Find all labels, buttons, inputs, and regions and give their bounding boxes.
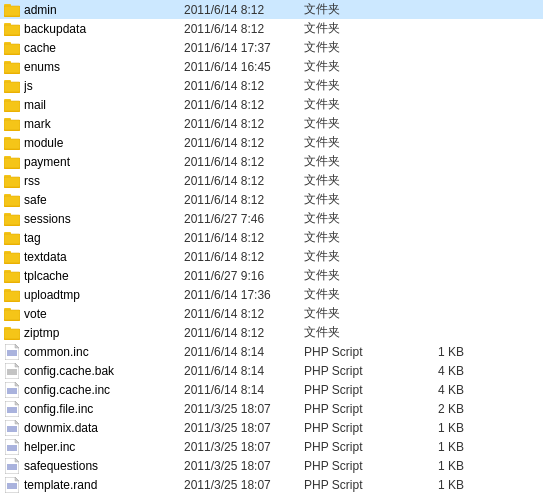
list-item[interactable]: template.rand2011/3/25 18:07PHP Script1 … <box>0 475 543 494</box>
bak-icon <box>4 363 20 379</box>
list-item[interactable]: rss2011/6/14 8:12文件夹 <box>0 171 543 190</box>
file-name: downmix.data <box>24 421 184 435</box>
folder-icon <box>4 116 20 132</box>
list-item[interactable]: safequestions2011/3/25 18:07PHP Script1 … <box>0 456 543 475</box>
svg-marker-116 <box>15 439 19 443</box>
file-date: 2011/6/14 8:12 <box>184 22 304 36</box>
svg-marker-111 <box>15 420 19 424</box>
list-item[interactable]: config.cache.bak2011/6/14 8:14PHP Script… <box>0 361 543 380</box>
svg-marker-106 <box>15 401 19 405</box>
svg-rect-3 <box>4 6 20 16</box>
list-item[interactable]: cache2011/6/14 17:37文件夹 <box>0 38 543 57</box>
folder-icon <box>4 306 20 322</box>
file-list: admin2011/6/14 8:12文件夹 backupdata2011/6/… <box>0 0 543 494</box>
file-type: 文件夹 <box>304 134 404 151</box>
list-item[interactable]: uploadtmp2011/6/14 17:36文件夹 <box>0 285 543 304</box>
file-type: PHP Script <box>304 421 404 435</box>
list-item[interactable]: module2011/6/14 8:12文件夹 <box>0 133 543 152</box>
file-date: 2011/6/14 8:12 <box>184 117 304 131</box>
php-icon <box>4 344 20 360</box>
file-name: config.file.inc <box>24 402 184 416</box>
file-type: PHP Script <box>304 459 404 473</box>
file-name: config.cache.bak <box>24 364 184 378</box>
file-date: 2011/6/14 8:14 <box>184 383 304 397</box>
file-type: 文件夹 <box>304 172 404 189</box>
file-type: 文件夹 <box>304 153 404 170</box>
folder-icon <box>4 40 20 56</box>
file-date: 2011/6/14 8:12 <box>184 307 304 321</box>
list-item[interactable]: backupdata2011/6/14 8:12文件夹 <box>0 19 543 38</box>
file-date: 2011/3/25 18:07 <box>184 459 304 473</box>
list-item[interactable]: enums2011/6/14 16:45文件夹 <box>0 57 543 76</box>
svg-rect-48 <box>4 177 20 187</box>
file-date: 2011/6/14 8:12 <box>184 136 304 150</box>
file-date: 2011/6/14 8:12 <box>184 3 304 17</box>
php-icon <box>4 382 20 398</box>
folder-icon <box>4 268 20 284</box>
svg-rect-53 <box>4 196 20 206</box>
list-item[interactable]: payment2011/6/14 8:12文件夹 <box>0 152 543 171</box>
svg-marker-101 <box>15 382 19 386</box>
svg-rect-13 <box>4 44 20 54</box>
list-item[interactable]: common.inc2011/6/14 8:14PHP Script1 KB <box>0 342 543 361</box>
file-type: 文件夹 <box>304 210 404 227</box>
list-item[interactable]: sessions2011/6/27 7:46文件夹 <box>0 209 543 228</box>
list-item[interactable]: helper.inc2011/3/25 18:07PHP Script1 KB <box>0 437 543 456</box>
list-item[interactable]: config.cache.inc2011/6/14 8:14PHP Script… <box>0 380 543 399</box>
file-name: mark <box>24 117 184 131</box>
list-item[interactable]: config.file.inc2011/3/25 18:07PHP Script… <box>0 399 543 418</box>
file-size: 1 KB <box>404 440 464 454</box>
file-date: 2011/6/14 8:14 <box>184 364 304 378</box>
file-date: 2011/6/14 8:12 <box>184 155 304 169</box>
list-item[interactable]: mail2011/6/14 8:12文件夹 <box>0 95 543 114</box>
file-type: PHP Script <box>304 402 404 416</box>
svg-rect-23 <box>4 82 20 92</box>
file-name: helper.inc <box>24 440 184 454</box>
file-type: 文件夹 <box>304 248 404 265</box>
file-type: PHP Script <box>304 364 404 378</box>
svg-rect-83 <box>4 310 20 320</box>
svg-rect-73 <box>4 272 20 282</box>
file-date: 2011/6/14 17:37 <box>184 41 304 55</box>
file-name: mail <box>24 98 184 112</box>
file-date: 2011/6/14 8:12 <box>184 250 304 264</box>
file-name: payment <box>24 155 184 169</box>
list-item[interactable]: ziptmp2011/6/14 8:12文件夹 <box>0 323 543 342</box>
folder-icon <box>4 325 20 341</box>
file-date: 2011/3/25 18:07 <box>184 421 304 435</box>
folder-icon <box>4 2 20 18</box>
list-item[interactable]: downmix.data2011/3/25 18:07PHP Script1 K… <box>0 418 543 437</box>
file-date: 2011/6/14 8:12 <box>184 98 304 112</box>
list-item[interactable]: vote2011/6/14 8:12文件夹 <box>0 304 543 323</box>
file-name: safe <box>24 193 184 207</box>
list-item[interactable]: tag2011/6/14 8:12文件夹 <box>0 228 543 247</box>
file-size: 4 KB <box>404 364 464 378</box>
svg-marker-91 <box>15 344 19 348</box>
file-name: enums <box>24 60 184 74</box>
svg-rect-43 <box>4 158 20 168</box>
php-icon <box>4 401 20 417</box>
list-item[interactable]: safe2011/6/14 8:12文件夹 <box>0 190 543 209</box>
list-item[interactable]: tplcache2011/6/27 9:16文件夹 <box>0 266 543 285</box>
file-name: sessions <box>24 212 184 226</box>
folder-icon <box>4 154 20 170</box>
svg-rect-28 <box>4 101 20 111</box>
folder-icon <box>4 287 20 303</box>
list-item[interactable]: js2011/6/14 8:12文件夹 <box>0 76 543 95</box>
folder-icon <box>4 21 20 37</box>
file-type: PHP Script <box>304 383 404 397</box>
folder-icon <box>4 78 20 94</box>
file-name: backupdata <box>24 22 184 36</box>
svg-rect-18 <box>4 63 20 73</box>
folder-icon <box>4 135 20 151</box>
file-date: 2011/6/14 8:12 <box>184 79 304 93</box>
svg-rect-38 <box>4 139 20 149</box>
folder-icon <box>4 230 20 246</box>
list-item[interactable]: textdata2011/6/14 8:12文件夹 <box>0 247 543 266</box>
list-item[interactable]: admin2011/6/14 8:12文件夹 <box>0 0 543 19</box>
list-item[interactable]: mark2011/6/14 8:12文件夹 <box>0 114 543 133</box>
file-date: 2011/3/25 18:07 <box>184 440 304 454</box>
folder-icon <box>4 211 20 227</box>
php-icon <box>4 439 20 455</box>
folder-icon <box>4 173 20 189</box>
